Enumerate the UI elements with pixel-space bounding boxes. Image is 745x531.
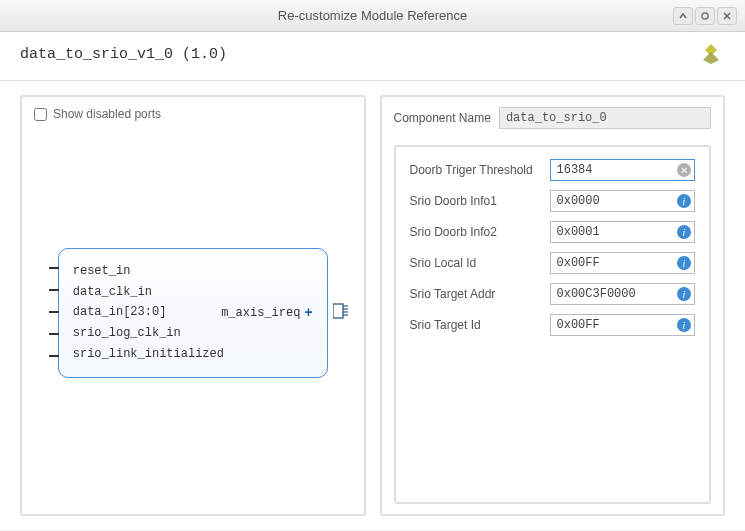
port-label: data_clk_in <box>73 285 152 299</box>
svg-rect-5 <box>333 304 343 318</box>
param-input-wrap: i <box>550 283 696 305</box>
port-tick-icon <box>49 333 59 335</box>
component-name-row: Component Name <box>394 107 712 129</box>
port-label: m_axis_ireq <box>221 306 300 320</box>
port-srio-link-initialized[interactable]: srio_link_initialized <box>73 344 313 364</box>
minimize-button[interactable] <box>673 7 693 25</box>
content-area: Show disabled ports reset_in data_clk_in… <box>0 81 745 530</box>
port-label: srio_log_clk_in <box>73 326 181 340</box>
param-input[interactable] <box>550 252 696 274</box>
component-name-label: Component Name <box>394 111 491 125</box>
block-diagram-area: reset_in data_clk_in data_in[23:0] srio_… <box>34 121 352 504</box>
component-name-field <box>499 107 711 129</box>
port-label: srio_link_initialized <box>73 347 224 361</box>
info-icon[interactable]: i <box>677 194 691 208</box>
port-srio-log-clk-in[interactable]: srio_log_clk_in <box>73 323 313 343</box>
param-input[interactable] <box>550 190 696 212</box>
clear-icon[interactable]: ✕ <box>677 163 691 177</box>
param-input-wrap: ✕ <box>550 159 696 181</box>
module-title: data_to_srio_v1_0 (1.0) <box>20 46 227 63</box>
param-input-wrap: i <box>550 252 696 274</box>
param-input[interactable] <box>550 221 696 243</box>
titlebar: Re-customize Module Reference <box>0 0 745 32</box>
param-doorb-info2: Srio Doorb Info2 i <box>410 221 696 243</box>
param-label: Srio Doorb Info2 <box>410 225 540 239</box>
info-icon[interactable]: i <box>677 256 691 270</box>
param-label: Srio Local Id <box>410 256 540 270</box>
param-label: Srio Doorb Info1 <box>410 194 540 208</box>
port-label: data_in[23:0] <box>73 305 167 319</box>
param-local-id: Srio Local Id i <box>410 252 696 274</box>
param-input[interactable] <box>550 314 696 336</box>
port-tick-icon <box>49 267 59 269</box>
port-m-axis-ireq[interactable]: m_axis_ireq + <box>221 305 313 321</box>
show-disabled-ports-input[interactable] <box>34 108 47 121</box>
configuration-panel: Component Name Doorb Triger Threshold ✕ … <box>380 95 726 516</box>
param-input-wrap: i <box>550 190 696 212</box>
param-doorb-info1: Srio Doorb Info1 i <box>410 190 696 212</box>
param-target-addr: Srio Target Addr i <box>410 283 696 305</box>
port-tick-icon <box>49 355 59 357</box>
info-icon[interactable]: i <box>677 318 691 332</box>
window-controls <box>673 7 737 25</box>
parameters-panel: Doorb Triger Threshold ✕ Srio Doorb Info… <box>394 145 712 504</box>
info-icon[interactable]: i <box>677 225 691 239</box>
port-data-clk-in[interactable]: data_clk_in <box>73 282 313 302</box>
port-reset-in[interactable]: reset_in <box>73 261 313 281</box>
param-label: Srio Target Addr <box>410 287 540 301</box>
param-input-wrap: i <box>550 221 696 243</box>
close-button[interactable] <box>717 7 737 25</box>
param-label: Srio Target Id <box>410 318 540 332</box>
svg-marker-4 <box>703 52 719 64</box>
module-block[interactable]: reset_in data_clk_in data_in[23:0] srio_… <box>58 248 328 378</box>
param-label: Doorb Triger Threshold <box>410 163 540 177</box>
window-title: Re-customize Module Reference <box>278 8 467 23</box>
bus-interface-icon <box>333 301 349 325</box>
port-tick-icon <box>49 311 59 313</box>
param-input[interactable] <box>550 283 696 305</box>
header-row: data_to_srio_v1_0 (1.0) <box>0 32 745 81</box>
symbol-panel: Show disabled ports reset_in data_clk_in… <box>20 95 366 516</box>
show-disabled-ports-label: Show disabled ports <box>53 107 161 121</box>
vivado-logo-icon <box>697 40 725 68</box>
info-icon[interactable]: i <box>677 287 691 301</box>
port-tick-icon <box>49 289 59 291</box>
show-disabled-ports-checkbox[interactable]: Show disabled ports <box>34 107 352 121</box>
param-input-wrap: i <box>550 314 696 336</box>
param-input[interactable] <box>550 159 696 181</box>
port-label: reset_in <box>73 264 131 278</box>
param-doorb-threshold: Doorb Triger Threshold ✕ <box>410 159 696 181</box>
maximize-button[interactable] <box>695 7 715 25</box>
svg-point-0 <box>702 12 708 18</box>
param-target-id: Srio Target Id i <box>410 314 696 336</box>
expand-plus-icon[interactable]: + <box>304 305 312 321</box>
